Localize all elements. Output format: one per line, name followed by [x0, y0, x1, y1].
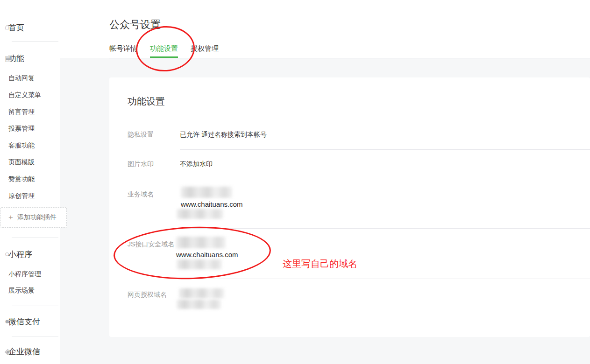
sidebar-divider: [12, 41, 58, 42]
panel-heading: 功能设置: [128, 95, 165, 108]
sidebar: ⌂ 首页 ▤ 功能 自动回复 自定义菜单 留言管理 投票管理 客服功能 页面模版…: [0, 0, 60, 364]
feature-settings-panel: 功能设置 隐私设置 已允许 通过名称搜索到本帐号 图片水印 不添加水印 业务域名…: [109, 77, 590, 337]
sidebar-item-label: 企业微信: [8, 347, 40, 356]
sidebar-item-original-mgmt[interactable]: 原创管理: [8, 192, 35, 200]
sidebar-item-label: 首页: [8, 23, 24, 32]
work-wechat-icon: ◈: [5, 347, 11, 357]
sidebar-item-auto-reply[interactable]: 自动回复: [8, 74, 35, 83]
sidebar-item-work-wechat[interactable]: ◈ 企业微信: [8, 346, 40, 357]
privacy-setting-label: 隐私设置: [128, 131, 154, 139]
sidebar-item-vote-mgmt[interactable]: 投票管理: [8, 125, 35, 133]
row-divider: [180, 179, 590, 179]
sidebar-item-comment-mgmt[interactable]: 留言管理: [8, 108, 35, 116]
js-safe-domain-label: JS接口安全域名: [128, 240, 174, 249]
business-domain-value: www.chaituans.com: [181, 200, 243, 208]
redacted-domain: [177, 209, 223, 219]
sidebar-item-appreciation[interactable]: 赞赏功能: [8, 175, 35, 183]
row-divider: [180, 228, 590, 229]
sidebar-divider: [12, 238, 58, 238]
sidebar-item-custom-menu[interactable]: 自定义菜单: [8, 91, 41, 99]
js-safe-domain-value: www.chaituans.com: [176, 251, 238, 259]
web-auth-domain-label: 网页授权域名: [128, 291, 167, 299]
sidebar-item-wechat-pay[interactable]: ● 微信支付: [8, 316, 40, 327]
tab-authorization-mgmt[interactable]: 授权管理: [191, 44, 219, 56]
sidebar-item-features[interactable]: ▤ 功能: [8, 53, 24, 64]
sidebar-item-page-template[interactable]: 页面模版: [8, 158, 35, 167]
sidebar-item-home[interactable]: ⌂ 首页: [8, 22, 24, 33]
grid-icon: ▤: [5, 54, 12, 63]
sidebar-item-customer-service[interactable]: 客服功能: [8, 141, 35, 150]
business-domain-label: 业务域名: [128, 190, 154, 199]
redacted-domain: [177, 259, 222, 269]
image-watermark-label: 图片水印: [128, 160, 154, 168]
tab-bar: 帐号详情 功能设置 授权管理: [109, 44, 231, 58]
wechat-mp-settings-page: ⌂ 首页 ▤ 功能 自动回复 自定义菜单 留言管理 投票管理 客服功能 页面模版…: [0, 0, 590, 364]
sidebar-item-display-scene[interactable]: 展示场景: [8, 287, 35, 295]
tab-feature-settings[interactable]: 功能设置: [150, 44, 178, 58]
sidebar-divider: [12, 306, 58, 306]
sidebar-item-miniprogram[interactable]: ○ 小程序: [8, 249, 32, 260]
tab-account-details[interactable]: 帐号详情: [109, 44, 137, 56]
redacted-domain: [179, 288, 224, 298]
wechat-pay-icon: ●: [5, 317, 9, 326]
redacted-domain: [176, 237, 226, 248]
header-band: [0, 0, 590, 58]
privacy-setting-value: 已允许 通过名称搜索到本帐号: [180, 131, 267, 139]
sidebar-item-miniprogram-mgmt[interactable]: 小程序管理: [8, 270, 41, 279]
row-divider: [180, 149, 590, 150]
row-divider: [180, 279, 590, 279]
redacted-domain: [181, 187, 232, 198]
annotation-note: 这里写自己的域名: [283, 258, 357, 270]
miniprogram-icon: ○: [5, 250, 9, 259]
tabbar-divider: [109, 58, 590, 58]
page-title: 公众号设置: [109, 18, 161, 32]
sidebar-divider: [12, 336, 58, 336]
plus-icon: +: [8, 213, 13, 222]
image-watermark-value: 不添加水印: [180, 160, 213, 168]
add-plugin-button[interactable]: + 添加功能插件: [0, 207, 67, 228]
home-icon: ⌂: [5, 22, 9, 32]
sidebar-item-label: 小程序: [8, 250, 32, 259]
sidebar-item-label: 微信支付: [8, 317, 40, 326]
redacted-domain: [177, 300, 221, 309]
add-plugin-label: 添加功能插件: [17, 213, 57, 222]
